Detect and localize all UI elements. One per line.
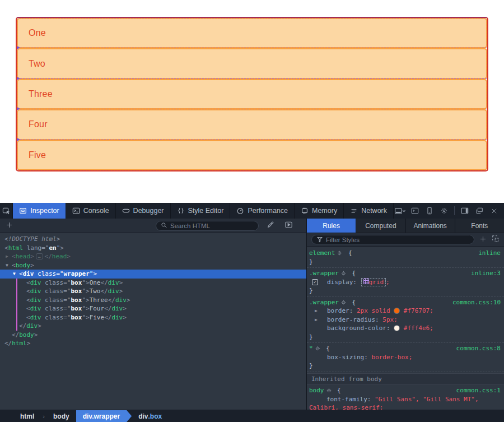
markup-row[interactable]: ▶<head>…</head>	[0, 252, 306, 261]
twisty-icon[interactable]: ▼	[13, 270, 16, 279]
css-declaration[interactable]: box-sizing: border-box;	[307, 353, 504, 362]
filter-styles-input[interactable]	[326, 236, 469, 243]
css-declaration[interactable]: ▶border-radius: 5px;	[307, 316, 504, 324]
rule-selector[interactable]: *	[309, 345, 313, 352]
grid-icon[interactable]	[363, 279, 369, 284]
tab-network[interactable]: Network	[344, 203, 394, 219]
breadcrumb-item[interactable]: div.box	[132, 410, 169, 422]
eyedropper-icon[interactable]	[267, 221, 274, 231]
sidebar-tab-fonts[interactable]: Fonts	[455, 219, 504, 233]
color-swatch[interactable]	[394, 308, 399, 313]
markup-row[interactable]: <div class="box">Two</div>	[0, 287, 306, 296]
twisty-icon[interactable]: ▼	[6, 261, 8, 270]
markup-row[interactable]: <div class="box">One</div>	[0, 279, 306, 287]
twisty-icon[interactable]: ▶	[6, 252, 8, 261]
markup-row[interactable]: <html lang="en">	[0, 244, 306, 253]
rule-selector-line: * {common.css:8	[307, 344, 504, 353]
markup-row[interactable]: <!DOCTYPE html>	[0, 235, 306, 244]
split-console-icon[interactable]	[408, 204, 422, 217]
declaration-expander-icon[interactable]: ▶	[315, 307, 318, 316]
markup-token: ="	[63, 296, 71, 304]
property-name[interactable]: border	[327, 307, 349, 314]
css-declaration[interactable]: ✓display: grid;	[307, 278, 504, 287]
sidebar-tab-rules[interactable]: Rules	[307, 219, 356, 233]
property-value[interactable]: 5px	[382, 316, 394, 323]
tab-inspector[interactable]: Inspector	[13, 203, 66, 219]
property-name[interactable]: background-color	[327, 324, 386, 332]
tab-style-editor[interactable]: Style Editor	[171, 203, 231, 219]
markup-row[interactable]: <div class="box">Four</div>	[0, 304, 306, 313]
rule-source-link[interactable]: common.css:1	[456, 386, 501, 395]
breadcrumb-item[interactable]: html	[13, 410, 41, 422]
markup-row[interactable]: ▼<div class="wrapper">	[0, 270, 306, 279]
selector-gear-icon[interactable]	[315, 345, 321, 351]
tab-debugger[interactable]: Debugger	[116, 203, 171, 219]
markup-row[interactable]: </body>	[0, 331, 306, 340]
markup-row[interactable]: ▼<body>	[0, 261, 306, 270]
property-name[interactable]: display	[327, 279, 353, 286]
color-swatch[interactable]	[394, 326, 399, 331]
markup-token: </	[12, 331, 19, 338]
close-icon[interactable]	[487, 204, 501, 217]
selector-gear-icon[interactable]	[337, 250, 343, 256]
markup-row[interactable]: </div>	[0, 322, 306, 331]
rule-selector[interactable]: .wrapper	[309, 299, 339, 306]
markup-token: div	[115, 296, 127, 304]
responsive-mode-icon[interactable]	[423, 204, 436, 217]
play-frame-icon[interactable]	[284, 221, 293, 231]
rule-source-link[interactable]: inline:3	[471, 269, 501, 278]
declaration-checkbox[interactable]: ✓	[312, 279, 318, 285]
dock-bottom-caret-icon[interactable]	[394, 204, 407, 217]
search-html-box[interactable]	[156, 221, 259, 231]
markup-token: class	[41, 287, 64, 295]
add-rule-button[interactable]	[479, 234, 487, 245]
open-brace: {	[348, 270, 356, 277]
markup-row[interactable]: <div class="box">Three</div>	[0, 296, 306, 305]
node-picker-button[interactable]	[0, 203, 13, 219]
open-brace: {	[323, 345, 330, 352]
grid-line-overlay	[17, 140, 487, 140]
declaration-expander-icon[interactable]: ▶	[315, 316, 318, 324]
grid-box-three: Three	[17, 79, 487, 109]
grid-box-one: One	[17, 18, 487, 48]
markup-token: >	[119, 287, 123, 295]
filter-styles-box[interactable]	[311, 235, 474, 244]
property-value[interactable]: grid	[369, 279, 384, 286]
breadcrumb-item[interactable]: body	[46, 410, 76, 422]
rule-selector[interactable]: body	[309, 387, 324, 394]
property-value[interactable]: #f76707	[400, 307, 430, 314]
css-declaration[interactable]: ▶border: 2px solid #f76707;	[307, 307, 504, 316]
rules-view: element {inline}.wrapper {inline:3✓displ…	[307, 247, 504, 410]
markup-token: <	[26, 287, 30, 295]
property-name[interactable]: font-family	[326, 396, 367, 403]
rule-selector[interactable]: element	[309, 249, 335, 257]
markup-row[interactable]: <div class="box">Five</div>	[0, 313, 306, 322]
selector-gear-icon[interactable]	[340, 270, 347, 276]
settings-icon[interactable]	[437, 204, 451, 217]
tab-performance[interactable]: Performance	[230, 203, 295, 219]
markup-row[interactable]: </html>	[0, 339, 306, 348]
dock-side-icon[interactable]	[458, 204, 472, 217]
rule-source-link[interactable]: common.css:10	[452, 298, 501, 307]
windows-icon[interactable]	[473, 204, 486, 217]
pseudo-class-button[interactable]	[492, 234, 500, 245]
property-name[interactable]: box-sizing	[327, 354, 364, 361]
property-value[interactable]: #fff4e6	[400, 324, 430, 332]
sidebar-tab-animations[interactable]: Animations	[406, 219, 455, 233]
selector-gear-icon[interactable]	[340, 299, 347, 305]
tab-console[interactable]: Console	[66, 203, 116, 219]
property-value[interactable]: 2px solid	[357, 307, 394, 314]
search-html-input[interactable]	[170, 222, 254, 229]
tab-memory[interactable]: Memory	[295, 203, 344, 219]
rule-selector[interactable]: .wrapper	[309, 270, 339, 277]
sidebar-tab-computed[interactable]: Computed	[356, 219, 405, 233]
css-declaration[interactable]: font-family: "Gill Sans", "Gill Sans MT"…	[307, 395, 504, 410]
add-node-button[interactable]	[6, 221, 13, 231]
rule-source-link[interactable]: common.css:8	[456, 344, 501, 353]
property-name[interactable]: border-radius	[327, 316, 375, 323]
property-value[interactable]: border-box	[371, 354, 408, 361]
css-declaration[interactable]: background-color: #fff4e6;	[307, 324, 504, 333]
selector-gear-icon[interactable]	[326, 387, 332, 393]
breadcrumb-item[interactable]: div.wrapper	[76, 410, 132, 422]
rule-source-link[interactable]: inline	[478, 249, 501, 258]
